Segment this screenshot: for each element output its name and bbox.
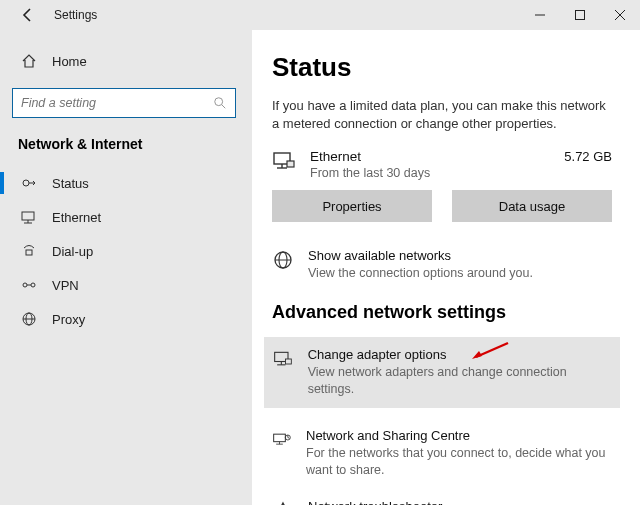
window-title: Settings (54, 8, 97, 22)
search-input[interactable] (21, 96, 213, 110)
ethernet-icon (20, 209, 38, 225)
back-button[interactable] (20, 7, 36, 23)
nav-label: VPN (52, 278, 79, 293)
search-box[interactable] (12, 88, 236, 118)
nav-label: Ethernet (52, 210, 101, 225)
properties-button[interactable]: Properties (272, 190, 432, 222)
svg-point-4 (215, 98, 223, 106)
warning-icon (272, 499, 294, 505)
section-heading: Network & Internet (0, 132, 252, 166)
svg-rect-1 (576, 11, 585, 20)
maximize-icon (575, 10, 585, 20)
svg-rect-10 (22, 212, 34, 220)
svg-rect-13 (26, 250, 32, 255)
svg-point-6 (23, 180, 29, 186)
svg-line-5 (222, 105, 226, 109)
option-title: Network troubleshooter (308, 499, 507, 505)
ethernet-usage-row: Ethernet From the last 30 days 5.72 GB (272, 149, 612, 180)
maximize-button[interactable] (560, 0, 600, 30)
show-networks-option[interactable]: Show available networks View the connect… (272, 248, 612, 282)
nav-vpn[interactable]: VPN (0, 268, 252, 302)
nav-label: Dial-up (52, 244, 93, 259)
sharing-icon (272, 428, 292, 450)
arrow-left-icon (20, 7, 36, 23)
nav-ethernet[interactable]: Ethernet (0, 200, 252, 234)
nav-status[interactable]: Status (0, 166, 252, 200)
advanced-heading: Advanced network settings (272, 302, 612, 323)
status-icon (20, 175, 38, 191)
nav-proxy[interactable]: Proxy (0, 302, 252, 336)
troubleshooter-option[interactable]: Network troubleshooter Diagnose and fix … (272, 499, 612, 505)
home-button[interactable]: Home (0, 44, 252, 78)
globe-icon (272, 248, 294, 270)
nav-label: Proxy (52, 312, 85, 327)
home-label: Home (52, 54, 87, 69)
monitor-icon (272, 149, 296, 177)
search-icon (213, 96, 227, 110)
svg-rect-23 (287, 161, 294, 167)
option-sub: View the connection options around you. (308, 265, 533, 282)
window-controls (520, 0, 640, 30)
option-sub: View network adapters and change connect… (308, 364, 612, 398)
option-title: Show available networks (308, 248, 533, 263)
proxy-icon (20, 311, 38, 327)
close-icon (615, 10, 625, 20)
minimize-icon (535, 10, 545, 20)
option-title: Network and Sharing Centre (306, 428, 612, 443)
change-adapter-option[interactable]: Change adapter options View network adap… (264, 337, 620, 408)
minimize-button[interactable] (520, 0, 560, 30)
sidebar: Home Network & Internet Status Ethernet … (0, 30, 252, 505)
title-bar: Settings (0, 0, 640, 30)
ethernet-period: From the last 30 days (310, 166, 550, 180)
sharing-centre-option[interactable]: Network and Sharing Centre For the netwo… (272, 428, 612, 479)
page-description: If you have a limited data plan, you can… (272, 97, 612, 133)
content-pane: Status If you have a limited data plan, … (252, 30, 640, 505)
data-usage-button[interactable]: Data usage (452, 190, 612, 222)
red-arrow-annotation (470, 341, 510, 361)
option-sub: For the networks that you connect to, de… (306, 445, 612, 479)
svg-point-14 (23, 283, 27, 287)
svg-rect-33 (274, 434, 286, 442)
nav-dialup[interactable]: Dial-up (0, 234, 252, 268)
svg-point-15 (31, 283, 35, 287)
home-icon (20, 53, 38, 69)
close-button[interactable] (600, 0, 640, 30)
svg-rect-30 (285, 359, 291, 364)
page-title: Status (272, 52, 612, 83)
adapter-icon (272, 347, 294, 369)
ethernet-name: Ethernet (310, 149, 550, 164)
ethernet-size: 5.72 GB (564, 149, 612, 164)
dialup-icon (20, 243, 38, 259)
option-title: Change adapter options (308, 347, 612, 362)
nav-label: Status (52, 176, 89, 191)
vpn-icon (20, 277, 38, 293)
